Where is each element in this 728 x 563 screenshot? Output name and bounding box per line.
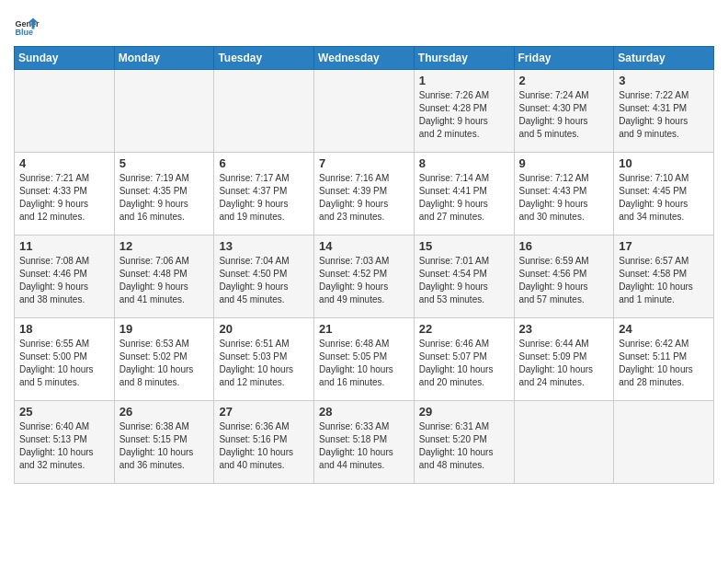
day-info: Sunrise: 6:51 AM Sunset: 5:03 PM Dayligh… (219, 338, 309, 389)
day-info: Sunrise: 6:33 AM Sunset: 5:18 PM Dayligh… (319, 420, 409, 472)
calendar-cell: 1Sunrise: 7:26 AM Sunset: 4:28 PM Daylig… (414, 70, 514, 153)
day-number: 29 (419, 405, 509, 419)
day-number: 2 (519, 74, 609, 87)
calendar-cell: 16Sunrise: 6:59 AM Sunset: 4:56 PM Dayli… (514, 236, 614, 318)
weekday-header-saturday: Saturday (614, 47, 714, 70)
day-info: Sunrise: 7:21 AM Sunset: 4:33 PM Dayligh… (19, 172, 109, 224)
day-info: Sunrise: 7:16 AM Sunset: 4:39 PM Dayligh… (319, 172, 409, 224)
logo: General Blue (14, 15, 43, 40)
calendar-cell: 9Sunrise: 7:12 AM Sunset: 4:43 PM Daylig… (514, 153, 614, 236)
day-number: 3 (619, 74, 709, 87)
day-info: Sunrise: 7:04 AM Sunset: 4:50 PM Dayligh… (219, 255, 309, 306)
day-number: 10 (619, 156, 709, 170)
calendar-cell: 15Sunrise: 7:01 AM Sunset: 4:54 PM Dayli… (414, 236, 514, 318)
day-number: 12 (119, 239, 210, 253)
day-info: Sunrise: 6:46 AM Sunset: 5:07 PM Dayligh… (419, 338, 509, 389)
day-info: Sunrise: 6:57 AM Sunset: 4:58 PM Dayligh… (619, 255, 709, 306)
day-number: 18 (19, 322, 109, 336)
day-info: Sunrise: 7:14 AM Sunset: 4:41 PM Dayligh… (419, 172, 509, 224)
calendar-cell: 2Sunrise: 7:24 AM Sunset: 4:30 PM Daylig… (514, 70, 614, 153)
calendar-week-row: 11Sunrise: 7:08 AM Sunset: 4:46 PM Dayli… (15, 236, 714, 318)
day-number: 22 (419, 322, 509, 336)
calendar-week-row: 1Sunrise: 7:26 AM Sunset: 4:28 PM Daylig… (15, 70, 714, 153)
day-info: Sunrise: 7:17 AM Sunset: 4:37 PM Dayligh… (219, 172, 309, 224)
day-number: 21 (319, 322, 409, 336)
day-number: 8 (419, 156, 509, 170)
day-info: Sunrise: 7:01 AM Sunset: 4:54 PM Dayligh… (419, 255, 509, 306)
day-info: Sunrise: 6:44 AM Sunset: 5:09 PM Dayligh… (519, 338, 609, 389)
svg-text:Blue: Blue (15, 28, 33, 37)
day-number: 13 (219, 239, 309, 253)
day-number: 26 (119, 405, 210, 419)
calendar-cell: 28Sunrise: 6:33 AM Sunset: 5:18 PM Dayli… (314, 401, 415, 484)
weekday-header-friday: Friday (514, 47, 614, 70)
day-number: 9 (519, 156, 609, 170)
day-number: 16 (519, 239, 609, 253)
day-number: 19 (119, 322, 210, 336)
calendar-week-row: 18Sunrise: 6:55 AM Sunset: 5:00 PM Dayli… (15, 318, 714, 401)
calendar-cell: 4Sunrise: 7:21 AM Sunset: 4:33 PM Daylig… (15, 153, 115, 236)
page-header: General Blue (14, 9, 714, 40)
calendar-cell: 24Sunrise: 6:42 AM Sunset: 5:11 PM Dayli… (614, 318, 714, 401)
day-number: 25 (19, 405, 109, 419)
calendar-cell: 23Sunrise: 6:44 AM Sunset: 5:09 PM Dayli… (514, 318, 614, 401)
calendar-cell: 11Sunrise: 7:08 AM Sunset: 4:46 PM Dayli… (15, 236, 115, 318)
day-info: Sunrise: 6:59 AM Sunset: 4:56 PM Dayligh… (519, 255, 609, 306)
calendar-cell: 27Sunrise: 6:36 AM Sunset: 5:16 PM Dayli… (214, 401, 314, 484)
day-number: 14 (319, 239, 409, 253)
day-info: Sunrise: 6:42 AM Sunset: 5:11 PM Dayligh… (619, 338, 709, 389)
calendar-cell (314, 70, 415, 153)
calendar-cell: 3Sunrise: 7:22 AM Sunset: 4:31 PM Daylig… (614, 70, 714, 153)
calendar-cell (514, 401, 614, 484)
weekday-header-wednesday: Wednesday (314, 47, 415, 70)
calendar-cell: 13Sunrise: 7:04 AM Sunset: 4:50 PM Dayli… (214, 236, 314, 318)
day-info: Sunrise: 7:08 AM Sunset: 4:46 PM Dayligh… (19, 255, 109, 306)
calendar-cell: 5Sunrise: 7:19 AM Sunset: 4:35 PM Daylig… (114, 153, 214, 236)
calendar-cell: 29Sunrise: 6:31 AM Sunset: 5:20 PM Dayli… (414, 401, 514, 484)
day-number: 6 (219, 156, 309, 170)
calendar-cell: 20Sunrise: 6:51 AM Sunset: 5:03 PM Dayli… (214, 318, 314, 401)
day-info: Sunrise: 7:26 AM Sunset: 4:28 PM Dayligh… (419, 89, 509, 141)
svg-text:General: General (15, 19, 40, 29)
calendar-cell: 25Sunrise: 6:40 AM Sunset: 5:13 PM Dayli… (15, 401, 115, 484)
calendar-cell (614, 401, 714, 484)
day-number: 24 (619, 322, 709, 336)
calendar-table: SundayMondayTuesdayWednesdayThursdayFrid… (14, 46, 714, 484)
day-info: Sunrise: 6:40 AM Sunset: 5:13 PM Dayligh… (19, 420, 109, 472)
calendar-cell: 22Sunrise: 6:46 AM Sunset: 5:07 PM Dayli… (414, 318, 514, 401)
day-info: Sunrise: 7:06 AM Sunset: 4:48 PM Dayligh… (119, 255, 210, 306)
calendar-cell: 21Sunrise: 6:48 AM Sunset: 5:05 PM Dayli… (314, 318, 415, 401)
weekday-header-sunday: Sunday (15, 47, 115, 70)
weekday-header-row: SundayMondayTuesdayWednesdayThursdayFrid… (15, 47, 714, 70)
calendar-cell: 8Sunrise: 7:14 AM Sunset: 4:41 PM Daylig… (414, 153, 514, 236)
day-info: Sunrise: 6:53 AM Sunset: 5:02 PM Dayligh… (119, 338, 210, 389)
day-number: 11 (19, 239, 109, 253)
day-number: 15 (419, 239, 509, 253)
calendar-cell: 12Sunrise: 7:06 AM Sunset: 4:48 PM Dayli… (114, 236, 214, 318)
day-info: Sunrise: 6:31 AM Sunset: 5:20 PM Dayligh… (419, 420, 509, 472)
day-number: 4 (19, 156, 109, 170)
calendar-cell: 10Sunrise: 7:10 AM Sunset: 4:45 PM Dayli… (614, 153, 714, 236)
day-info: Sunrise: 7:12 AM Sunset: 4:43 PM Dayligh… (519, 172, 609, 224)
calendar-cell: 19Sunrise: 6:53 AM Sunset: 5:02 PM Dayli… (114, 318, 214, 401)
calendar-cell: 17Sunrise: 6:57 AM Sunset: 4:58 PM Dayli… (614, 236, 714, 318)
day-number: 5 (119, 156, 210, 170)
weekday-header-thursday: Thursday (414, 47, 514, 70)
day-info: Sunrise: 6:48 AM Sunset: 5:05 PM Dayligh… (319, 338, 409, 389)
day-number: 1 (419, 74, 509, 87)
day-number: 27 (219, 405, 309, 419)
calendar-cell: 7Sunrise: 7:16 AM Sunset: 4:39 PM Daylig… (314, 153, 415, 236)
calendar-cell: 26Sunrise: 6:38 AM Sunset: 5:15 PM Dayli… (114, 401, 214, 484)
day-number: 7 (319, 156, 409, 170)
logo-icon: General Blue (14, 15, 40, 40)
day-number: 23 (519, 322, 609, 336)
weekday-header-monday: Monday (114, 47, 214, 70)
day-info: Sunrise: 7:22 AM Sunset: 4:31 PM Dayligh… (619, 89, 709, 141)
day-number: 28 (319, 405, 409, 419)
calendar-week-row: 4Sunrise: 7:21 AM Sunset: 4:33 PM Daylig… (15, 153, 714, 236)
weekday-header-tuesday: Tuesday (214, 47, 314, 70)
day-info: Sunrise: 6:55 AM Sunset: 5:00 PM Dayligh… (19, 338, 109, 389)
calendar-cell: 14Sunrise: 7:03 AM Sunset: 4:52 PM Dayli… (314, 236, 415, 318)
day-info: Sunrise: 6:36 AM Sunset: 5:16 PM Dayligh… (219, 420, 309, 472)
day-info: Sunrise: 7:10 AM Sunset: 4:45 PM Dayligh… (619, 172, 709, 224)
